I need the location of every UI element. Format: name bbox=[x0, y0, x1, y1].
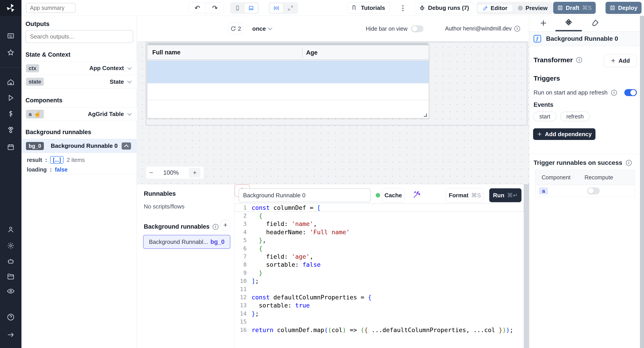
code-line[interactable]: 4 headerName: 'Full name' bbox=[234, 228, 524, 236]
folders-icon[interactable] bbox=[0, 273, 22, 280]
add-dependency-button[interactable]: Add dependency bbox=[533, 128, 596, 140]
windmill-logo[interactable] bbox=[0, 0, 22, 16]
settings-gear-icon[interactable] bbox=[0, 242, 22, 249]
code-line[interactable]: 15 bbox=[234, 317, 524, 326]
deploy-button[interactable]: Deploy bbox=[606, 2, 642, 14]
expand-rail-icon[interactable] bbox=[0, 331, 22, 338]
code-line[interactable]: 12const defaultColumnProperties = { bbox=[234, 293, 524, 301]
mobile-view-button[interactable] bbox=[231, 3, 244, 13]
collapse-button[interactable] bbox=[122, 142, 131, 150]
undo-button[interactable]: ↶ bbox=[189, 3, 206, 13]
code-line[interactable]: 8 sortable: false bbox=[234, 261, 524, 269]
plus-icon bbox=[539, 19, 548, 27]
table-row-selected[interactable] bbox=[147, 61, 429, 83]
code-line[interactable]: 5 }, bbox=[234, 236, 524, 244]
component-a-badge[interactable]: a bbox=[539, 188, 548, 194]
workers-icon[interactable] bbox=[0, 258, 22, 265]
app-canvas[interactable]: Full name Age − 100% + bbox=[137, 41, 529, 184]
draft-label: Draft bbox=[566, 5, 580, 12]
help-icon[interactable] bbox=[0, 313, 22, 321]
resources-icon[interactable] bbox=[0, 126, 22, 135]
column-separator[interactable] bbox=[302, 48, 302, 58]
column-header-age[interactable]: Age bbox=[306, 49, 318, 56]
tab-settings-active[interactable] bbox=[564, 19, 573, 28]
search-outputs-input[interactable] bbox=[26, 30, 133, 43]
tutorials-button[interactable]: Tutorials bbox=[347, 2, 390, 14]
code-editor[interactable]: 1const columnDef = [2 {3 field: 'name',4… bbox=[234, 204, 524, 348]
home-icon[interactable] bbox=[0, 78, 22, 86]
chevron-down-icon[interactable] bbox=[127, 65, 132, 70]
event-pill-refresh[interactable]: refresh bbox=[560, 111, 590, 121]
column-header-full-name[interactable]: Full name bbox=[147, 49, 180, 56]
variables-icon[interactable] bbox=[0, 110, 22, 118]
code-line[interactable]: 6 { bbox=[234, 244, 524, 252]
code-line[interactable]: 10]; bbox=[234, 277, 524, 285]
refresh-count-button[interactable]: 2 bbox=[228, 23, 243, 35]
aggrid-table-component[interactable]: Full name Age bbox=[147, 43, 429, 118]
tab-insert[interactable] bbox=[539, 19, 548, 27]
code-line[interactable]: 16return columnDef.map((col) => ({ ...de… bbox=[234, 326, 524, 334]
draft-button[interactable]: Draft ⌘S bbox=[553, 2, 596, 14]
editor-scrollbar[interactable] bbox=[524, 204, 529, 348]
cache-button[interactable]: Cache bbox=[382, 188, 404, 202]
table-row[interactable] bbox=[147, 83, 429, 100]
audit-eye-icon[interactable] bbox=[0, 287, 22, 295]
info-icon[interactable]: i bbox=[576, 57, 582, 63]
output-row-ctx[interactable]: ctx App Context bbox=[22, 61, 137, 75]
favorites-star-icon[interactable] bbox=[0, 49, 22, 56]
output-row-component-a[interactable]: a ☝ AgGrid Table bbox=[22, 107, 137, 121]
component-resize-handle[interactable] bbox=[424, 113, 427, 117]
code-line[interactable]: 13 sortable: true bbox=[234, 301, 524, 309]
format-button[interactable]: Format ⌘S bbox=[446, 188, 484, 202]
fullscreen-button[interactable] bbox=[284, 3, 297, 13]
code-line[interactable]: 2 { bbox=[234, 212, 524, 220]
recompute-toggle[interactable] bbox=[587, 188, 600, 194]
code-line[interactable]: 14}; bbox=[234, 309, 524, 317]
runnable-name-input[interactable] bbox=[238, 188, 371, 202]
code-line[interactable]: 11 bbox=[234, 285, 524, 293]
result-expand-button[interactable]: [...] bbox=[50, 156, 64, 164]
tab-preview[interactable]: Preview bbox=[512, 5, 552, 12]
code-line[interactable]: 3 field: 'name', bbox=[234, 220, 524, 228]
line-number: 13 bbox=[234, 302, 247, 309]
debug-runs-button[interactable]: Debug runs (7) bbox=[414, 2, 474, 14]
run-on-start-toggle[interactable] bbox=[624, 89, 637, 96]
background-runnable-item[interactable]: Background Runnabl... bg_0 bbox=[143, 235, 230, 249]
info-icon[interactable]: i bbox=[514, 26, 520, 32]
panel-scrollbar[interactable] bbox=[640, 16, 644, 348]
info-icon[interactable]: i bbox=[626, 160, 632, 166]
output-row-state[interactable]: state State bbox=[22, 75, 137, 89]
trigger-runnables-table: Component Recompute a bbox=[535, 170, 634, 197]
apps-icon[interactable] bbox=[0, 32, 22, 40]
code-line[interactable]: 1const columnDef = [ bbox=[234, 204, 524, 212]
add-background-runnable-button[interactable]: + bbox=[220, 220, 231, 230]
output-row-bg0[interactable]: bg_0 Background Runnable 0 bbox=[22, 139, 137, 153]
user-icon[interactable] bbox=[0, 226, 22, 233]
runs-icon[interactable] bbox=[0, 94, 22, 102]
info-icon[interactable]: i bbox=[213, 224, 218, 230]
run-button[interactable]: Run ⌘↵ bbox=[489, 188, 522, 202]
chevron-down-icon[interactable] bbox=[127, 79, 132, 83]
chevron-down-icon[interactable] bbox=[127, 111, 132, 116]
state-badge: state bbox=[26, 78, 44, 86]
redo-button[interactable]: ↷ bbox=[206, 3, 224, 13]
more-options-kebab-icon[interactable]: ⋮ bbox=[399, 2, 407, 14]
add-transformer-button[interactable]: Add bbox=[604, 54, 636, 67]
event-pill-start[interactable]: start bbox=[533, 111, 556, 121]
hide-bar-toggle[interactable] bbox=[411, 25, 424, 32]
code-line[interactable]: 9 } bbox=[234, 269, 524, 277]
app-summary-input[interactable] bbox=[26, 3, 76, 13]
outputs-title: Outputs bbox=[26, 20, 50, 28]
info-icon[interactable]: i bbox=[611, 90, 617, 96]
ai-wand-button[interactable] bbox=[412, 191, 421, 199]
schedules-icon[interactable] bbox=[0, 143, 22, 151]
tab-styling[interactable] bbox=[590, 19, 599, 28]
tab-editor[interactable]: Editor bbox=[478, 5, 512, 12]
interval-dropdown[interactable]: once bbox=[249, 23, 275, 35]
center-align-button[interactable] bbox=[270, 3, 283, 13]
desktop-view-button[interactable] bbox=[244, 3, 258, 13]
code-line[interactable]: 7 field: 'age', bbox=[234, 252, 524, 260]
zoom-out-button[interactable]: − bbox=[149, 169, 153, 177]
zoom-in-button[interactable]: + bbox=[189, 168, 200, 178]
component-drag-handle[interactable] bbox=[147, 43, 429, 45]
